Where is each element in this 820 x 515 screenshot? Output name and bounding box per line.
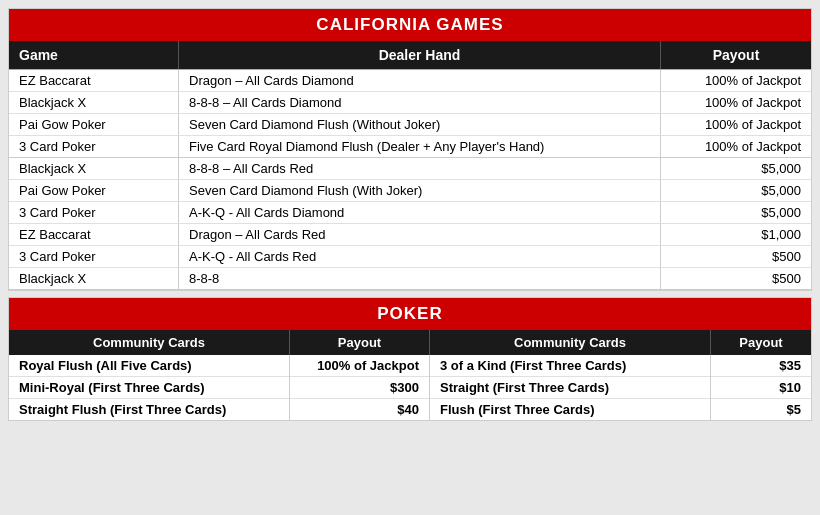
poker-header-community2: Community Cards bbox=[430, 330, 711, 355]
poker-header-payout2: Payout bbox=[711, 330, 811, 355]
poker-payout-cell-right: $5 bbox=[711, 399, 811, 420]
cell-payout: 100% of Jackpot bbox=[661, 92, 811, 113]
cell-payout: $5,000 bbox=[661, 180, 811, 201]
cell-dealer: Five Card Royal Diamond Flush (Dealer + … bbox=[179, 136, 661, 157]
california-games-title: CALIFORNIA GAMES bbox=[9, 9, 811, 41]
poker-left-payout: 100% of Jackpot$300$40 bbox=[290, 355, 430, 420]
cell-dealer: Dragon – All Cards Red bbox=[179, 224, 661, 245]
poker-community-cell: Mini-Royal (First Three Cards) bbox=[9, 377, 289, 399]
cell-game: Blackjack X bbox=[9, 92, 179, 113]
cell-dealer: Seven Card Diamond Flush (With Joker) bbox=[179, 180, 661, 201]
table-row: Blackjack X8-8-8 – All Cards Red$5,000 bbox=[9, 158, 811, 180]
poker-payout-cell-right: $35 bbox=[711, 355, 811, 377]
cell-payout: $500 bbox=[661, 268, 811, 289]
poker-payout-cell: $40 bbox=[290, 399, 429, 420]
table-row: Pai Gow PokerSeven Card Diamond Flush (W… bbox=[9, 180, 811, 202]
poker-title: POKER bbox=[9, 298, 811, 330]
cell-game: Blackjack X bbox=[9, 268, 179, 289]
poker-right-community: 3 of a Kind (First Three Cards)Straight … bbox=[430, 355, 711, 420]
cell-payout: $1,000 bbox=[661, 224, 811, 245]
cell-dealer: Seven Card Diamond Flush (Without Joker) bbox=[179, 114, 661, 135]
cell-payout: 100% of Jackpot bbox=[661, 70, 811, 91]
header-dealer-hand: Dealer Hand bbox=[179, 41, 661, 69]
cell-game: Pai Gow Poker bbox=[9, 180, 179, 201]
cell-game: 3 Card Poker bbox=[9, 136, 179, 157]
table-row: 3 Card PokerA-K-Q - All Cards Diamond$5,… bbox=[9, 202, 811, 224]
poker-community-cell: Royal Flush (All Five Cards) bbox=[9, 355, 289, 377]
cell-payout: $5,000 bbox=[661, 158, 811, 179]
table-row: 3 Card PokerFive Card Royal Diamond Flus… bbox=[9, 136, 811, 157]
poker-payout-cell: 100% of Jackpot bbox=[290, 355, 429, 377]
poker-left-community: Royal Flush (All Five Cards)Mini-Royal (… bbox=[9, 355, 290, 420]
table-row: Blackjack X8-8-8 – All Cards Diamond100%… bbox=[9, 92, 811, 114]
poker-header-community1: Community Cards bbox=[9, 330, 290, 355]
poker-data: Royal Flush (All Five Cards)Mini-Royal (… bbox=[9, 355, 811, 420]
poker-community-cell-right: Flush (First Three Cards) bbox=[430, 399, 710, 420]
poker-header-payout1: Payout bbox=[290, 330, 430, 355]
table-row: EZ BaccaratDragon – All Cards Red$1,000 bbox=[9, 224, 811, 246]
cell-dealer: A-K-Q - All Cards Diamond bbox=[179, 202, 661, 223]
poker-payout-cell: $300 bbox=[290, 377, 429, 399]
cell-dealer: 8-8-8 – All Cards Red bbox=[179, 158, 661, 179]
poker-community-cell-right: Straight (First Three Cards) bbox=[430, 377, 710, 399]
cell-game: 3 Card Poker bbox=[9, 202, 179, 223]
cell-game: EZ Baccarat bbox=[9, 224, 179, 245]
poker-community-cell: Straight Flush (First Three Cards) bbox=[9, 399, 289, 420]
poker-payout-cell-right: $10 bbox=[711, 377, 811, 399]
poker-community-cell-right: 3 of a Kind (First Three Cards) bbox=[430, 355, 710, 377]
california-games-group1: EZ BaccaratDragon – All Cards Diamond100… bbox=[9, 70, 811, 158]
california-games-headers: Game Dealer Hand Payout bbox=[9, 41, 811, 70]
cell-payout: 100% of Jackpot bbox=[661, 136, 811, 157]
header-payout: Payout bbox=[661, 41, 811, 69]
california-games-group2: Blackjack X8-8-8 – All Cards Red$5,000Pa… bbox=[9, 158, 811, 290]
poker-headers: Community Cards Payout Community Cards P… bbox=[9, 330, 811, 355]
cell-dealer: 8-8-8 bbox=[179, 268, 661, 289]
poker-section: POKER Community Cards Payout Community C… bbox=[8, 297, 812, 421]
cell-dealer: 8-8-8 – All Cards Diamond bbox=[179, 92, 661, 113]
poker-right-payout: $35$10$5 bbox=[711, 355, 811, 420]
california-games-section: CALIFORNIA GAMES Game Dealer Hand Payout… bbox=[8, 8, 812, 291]
cell-payout: $500 bbox=[661, 246, 811, 267]
cell-dealer: Dragon – All Cards Diamond bbox=[179, 70, 661, 91]
header-game: Game bbox=[9, 41, 179, 69]
table-row: 3 Card PokerA-K-Q - All Cards Red$500 bbox=[9, 246, 811, 268]
cell-dealer: A-K-Q - All Cards Red bbox=[179, 246, 661, 267]
table-row: Pai Gow PokerSeven Card Diamond Flush (W… bbox=[9, 114, 811, 136]
table-row: EZ BaccaratDragon – All Cards Diamond100… bbox=[9, 70, 811, 92]
cell-payout: 100% of Jackpot bbox=[661, 114, 811, 135]
cell-game: Blackjack X bbox=[9, 158, 179, 179]
cell-payout: $5,000 bbox=[661, 202, 811, 223]
cell-game: 3 Card Poker bbox=[9, 246, 179, 267]
main-wrapper: CALIFORNIA GAMES Game Dealer Hand Payout… bbox=[0, 0, 820, 515]
table-row: Blackjack X8-8-8$500 bbox=[9, 268, 811, 289]
cell-game: EZ Baccarat bbox=[9, 70, 179, 91]
cell-game: Pai Gow Poker bbox=[9, 114, 179, 135]
